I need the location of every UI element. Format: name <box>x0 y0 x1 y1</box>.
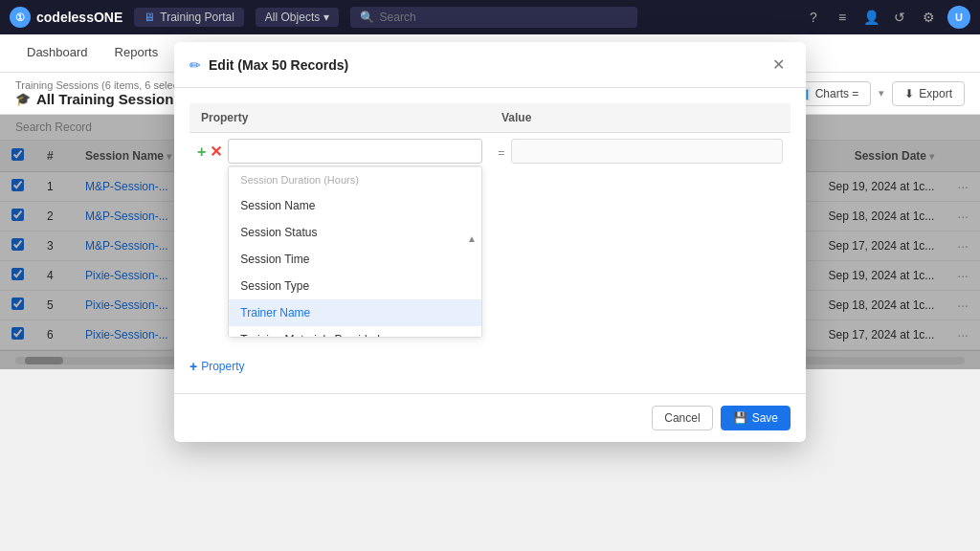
value-cell: = <box>490 133 791 344</box>
portal-label: Training Portal <box>160 11 234 24</box>
brand-logo: ① codelessONE <box>10 7 122 28</box>
modal: ✏ Edit (Max 50 Records) ✕ Property Value <box>174 42 806 442</box>
page-icon: 🎓 <box>15 92 31 106</box>
value-input[interactable] <box>511 139 783 164</box>
save-label: Save <box>752 411 778 425</box>
export-icon: ⬇ <box>904 87 914 100</box>
charts-label: Charts = <box>815 87 859 100</box>
modal-overlay: ✏ Edit (Max 50 Records) ✕ Property Value <box>0 115 980 369</box>
monitor-icon: 🖥 <box>144 11 155 24</box>
dropdown-item[interactable]: Session Name <box>229 192 481 219</box>
search-bar[interactable]: 🔍 <box>350 7 637 28</box>
modal-edit-icon: ✏ <box>189 57 201 73</box>
modal-close-button[interactable]: ✕ <box>767 54 791 76</box>
portal-button[interactable]: 🖥 Training Portal <box>134 8 244 27</box>
top-nav-bar: ① codelessONE 🖥 Training Portal All Obje… <box>0 0 980 34</box>
history-icon[interactable]: ↺ <box>890 8 909 27</box>
add-property-row: + Property <box>189 355 791 378</box>
add-row-button[interactable]: + <box>197 144 206 160</box>
cancel-label: Cancel <box>664 411 700 425</box>
export-label: Export <box>919 87 952 100</box>
save-button[interactable]: 💾 Save <box>721 406 791 430</box>
modal-body: Property Value + ✕ <box>174 88 806 393</box>
nav-icons: ? ≡ 👤 ↺ ⚙ U <box>804 6 970 29</box>
property-col-header: Property <box>189 103 490 133</box>
modal-footer: Cancel 💾 Save <box>174 393 806 442</box>
dropdown-item[interactable]: Session Type <box>229 273 481 299</box>
modal-title: Edit (Max 50 Records) <box>209 57 759 73</box>
value-col-header: Value <box>490 103 791 133</box>
plus-icon: + <box>189 359 197 374</box>
prop-row-controls: + ✕ ▲ Session Duration (Hours)Session N <box>197 139 482 338</box>
modal-header: ✏ Edit (Max 50 Records) ✕ <box>174 42 806 88</box>
add-property-button[interactable]: + Property <box>189 359 245 374</box>
nav-dashboard[interactable]: Dashboard <box>15 37 100 69</box>
save-icon: 💾 <box>733 411 747 425</box>
brand-name: codelessONE <box>36 10 122 25</box>
dropdown-item[interactable]: Session Time <box>229 246 481 273</box>
prop-input-wrap: ▲ Session Duration (Hours)Session NameSe… <box>228 139 482 338</box>
cancel-button[interactable]: Cancel <box>652 406 712 430</box>
property-input[interactable] <box>228 139 482 164</box>
search-input[interactable] <box>380 11 628 24</box>
table-area: Search Record # Session Name ▾ Session D… <box>0 115 980 369</box>
all-objects-label: All Objects ▾ <box>265 11 329 24</box>
prop-table-header: Property Value <box>189 103 791 133</box>
all-objects-button[interactable]: All Objects ▾ <box>256 8 339 27</box>
page-title: All Training Sessions <box>36 91 182 107</box>
user-add-icon[interactable]: 👤 <box>861 8 880 27</box>
equals-sign: = <box>498 139 505 160</box>
dropdown-arrow: ▾ <box>879 87 884 99</box>
dropdown-item[interactable]: Session Duration (Hours) <box>229 166 481 192</box>
add-property-label: Property <box>201 360 244 373</box>
dropdown-arrow-icon[interactable]: ▲ <box>467 233 477 244</box>
prop-value-table: Property Value + ✕ <box>189 103 791 343</box>
help-icon[interactable]: ? <box>804 8 823 27</box>
dropdown-item[interactable]: Session Status <box>229 219 481 246</box>
prop-cell: + ✕ ▲ Session Duration (Hours)Session N <box>189 133 490 344</box>
export-button[interactable]: ⬇ Export <box>892 81 965 106</box>
brand-icon: ① <box>10 7 31 28</box>
prop-row-1: + ✕ ▲ Session Duration (Hours)Session N <box>189 133 791 344</box>
dropdown-item[interactable]: Training Materials Provided <box>229 326 481 338</box>
avatar[interactable]: U <box>947 6 970 29</box>
row-controls: + ✕ <box>197 139 222 160</box>
property-dropdown[interactable]: Session Duration (Hours)Session NameSess… <box>228 165 482 338</box>
value-cell-wrap: = <box>498 139 783 164</box>
nav-reports[interactable]: Reports <box>103 37 170 69</box>
menu-icon[interactable]: ≡ <box>833 8 852 27</box>
dropdown-item[interactable]: Trainer Name <box>229 299 481 326</box>
search-icon: 🔍 <box>360 11 374 24</box>
delete-row-button[interactable]: ✕ <box>210 144 222 160</box>
settings-icon[interactable]: ⚙ <box>919 8 938 27</box>
